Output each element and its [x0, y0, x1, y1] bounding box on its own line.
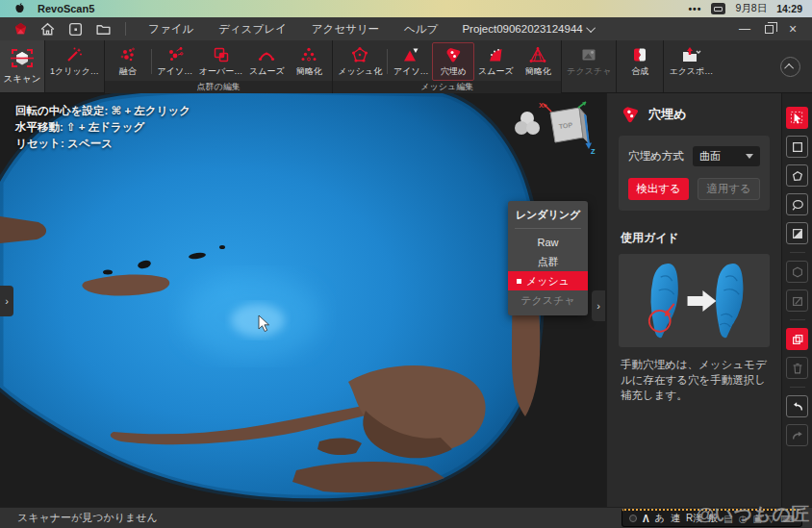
titlebar-separator	[125, 22, 126, 36]
overlapping-squares-icon	[791, 333, 804, 346]
ime-menu-icon[interactable]	[629, 515, 637, 522]
viewport-3d[interactable]: 回転の中心を設定: ⌘ + 左クリック 水平移動: ⇧ + 左ドラッグ リセット…	[0, 93, 606, 507]
texture-button[interactable]: テクスチャ	[564, 42, 614, 81]
selection-tool-strip	[781, 93, 812, 507]
lasso-select-button[interactable]	[786, 193, 808, 215]
ime-clock-icon[interactable]: ◷	[739, 514, 748, 524]
viewport-hints: 回転の中心を設定: ⌘ + 左クリック 水平移動: ⇧ + 左ドラッグ リセット…	[15, 103, 190, 152]
hole-fill-icon	[621, 105, 640, 124]
toolbar-group-export: エクスポ…	[664, 40, 718, 92]
meshify-label: メッシュ化	[338, 65, 382, 78]
ime-mode-general[interactable]: 般	[708, 512, 718, 525]
left-panel-handle[interactable]: ›	[0, 286, 13, 316]
texture-icon	[580, 46, 597, 63]
strip-divider	[790, 387, 805, 388]
revoscan-logo-icon	[13, 22, 28, 37]
region-tool-button[interactable]	[786, 261, 808, 283]
toolbar-group-label	[617, 81, 663, 92]
ime-mode-roman-kanji[interactable]: R漢	[686, 512, 702, 525]
scan-label: スキャン	[4, 73, 41, 86]
nav-axis-x-label: X	[539, 101, 544, 110]
meshify-button[interactable]: メッシュ化	[335, 42, 385, 81]
simplify-mesh-button[interactable]: 簡略化	[517, 42, 559, 81]
pen-square-icon	[791, 294, 804, 308]
fusion-button[interactable]: 融合	[107, 42, 149, 81]
render-item-raw[interactable]: Raw	[508, 233, 588, 252]
ime-options-icon[interactable]: ▽	[768, 514, 775, 524]
rect-select-button[interactable]	[786, 136, 808, 158]
redo-button[interactable]	[786, 424, 808, 446]
scanner-status-message: スキャナーが見つかりません	[17, 511, 158, 525]
export-button[interactable]: エクスポ…	[666, 42, 716, 81]
smooth-mesh-button[interactable]: スムーズ	[474, 42, 517, 81]
merge-button[interactable]: 合成	[619, 42, 661, 81]
project-dropdown[interactable]: Project09062023124944	[462, 23, 595, 35]
render-panel-divider	[515, 228, 581, 229]
smooth-mesh-icon	[487, 46, 504, 63]
smooth-pc-label: スムーズ	[249, 65, 285, 78]
render-item-pointcloud[interactable]: 点群	[508, 252, 588, 271]
merge-label: 合成	[631, 65, 648, 78]
method-dropdown[interactable]: 曲面	[693, 146, 760, 166]
minimize-button[interactable]: —	[737, 21, 752, 37]
delete-selection-button[interactable]	[786, 357, 808, 379]
simplify-pc-label: 簡略化	[296, 65, 322, 78]
export-label: エクスポ…	[669, 65, 713, 78]
ime-pad-icon[interactable]: ▤	[723, 514, 732, 524]
menubar-overflow-icon[interactable]: •••	[688, 3, 701, 14]
ime-mode-renbunsetsu[interactable]: 連	[671, 512, 680, 525]
usage-guide-illustration	[619, 254, 770, 347]
toolbar-separator	[387, 49, 388, 74]
overlap-icon	[213, 46, 230, 63]
hole-fill-button[interactable]: 穴埋め	[432, 42, 474, 81]
toolbar-separator	[151, 49, 152, 74]
overlap-button[interactable]: オーバー…	[196, 42, 245, 81]
menu-accessory[interactable]: アクセサリー	[299, 22, 392, 37]
select-tool-button[interactable]	[786, 107, 808, 129]
ime-palette[interactable]: Λ あ 連 R漢 般 ▤ ◷ ▣ ▽ ⌨	[622, 509, 802, 527]
smooth-pc-button[interactable]: スムーズ	[245, 42, 288, 81]
duplicate-selection-button[interactable]	[786, 328, 808, 350]
render-item-mesh[interactable]: メッシュ	[508, 271, 588, 290]
mouse-cursor	[258, 314, 271, 333]
render-item-texture[interactable]: テクスチャ	[508, 290, 588, 310]
right-panel-handle[interactable]: ›	[592, 290, 605, 321]
redo-icon	[791, 429, 804, 442]
menu-display[interactable]: ディスプレイ	[206, 22, 299, 37]
toolbar-collapse-button[interactable]	[780, 57, 800, 77]
scan-button[interactable]: スキャン	[0, 40, 45, 92]
project-name: Project09062023124944	[462, 23, 582, 35]
toolbar-group-label	[562, 81, 616, 92]
close-button[interactable]: ×	[785, 21, 800, 37]
home-button[interactable]	[39, 21, 56, 38]
isolation-pc-button[interactable]: アイソ…	[154, 42, 196, 81]
macos-menubar: RevoScan5 ••• 9月8日 14:29	[0, 0, 812, 17]
isolation-mesh-button[interactable]: アイソ…	[390, 42, 432, 81]
menu-help[interactable]: ヘルプ	[392, 22, 450, 37]
invert-select-button[interactable]	[786, 222, 808, 244]
navigation-cube[interactable]: TOP X Z	[535, 99, 596, 159]
detect-button[interactable]: 検出する	[628, 178, 689, 200]
ime-keyboard-icon[interactable]: ⌨	[781, 514, 795, 524]
simplify-pc-button[interactable]: 簡略化	[288, 42, 330, 81]
input-menu-icon[interactable]	[711, 3, 725, 14]
polygon-select-icon	[791, 169, 804, 183]
one-click-label: 1クリック…	[50, 65, 99, 78]
one-click-button[interactable]: 1クリック…	[47, 42, 102, 81]
menu-file[interactable]: ファイル	[136, 22, 206, 37]
apply-button[interactable]: 適用する	[698, 178, 760, 200]
isolation-pc-label: アイソ…	[158, 65, 193, 78]
maximize-button[interactable]	[761, 21, 776, 37]
edit-tool-button[interactable]	[786, 289, 808, 312]
magic-wand-icon	[65, 46, 83, 63]
ime-window-icon[interactable]: ▣	[752, 514, 761, 524]
menubar-app-name[interactable]: RevoScan5	[38, 3, 94, 14]
apple-logo-icon[interactable]	[13, 2, 26, 15]
open-project-button[interactable]	[95, 21, 112, 38]
undo-button[interactable]	[786, 395, 808, 417]
toolbar-group-merge: 合成	[617, 40, 664, 92]
new-project-button[interactable]	[67, 21, 84, 38]
maximize-icon	[765, 25, 774, 34]
polygon-select-button[interactable]	[786, 164, 808, 187]
ime-mode-hiragana[interactable]: あ	[655, 512, 665, 525]
